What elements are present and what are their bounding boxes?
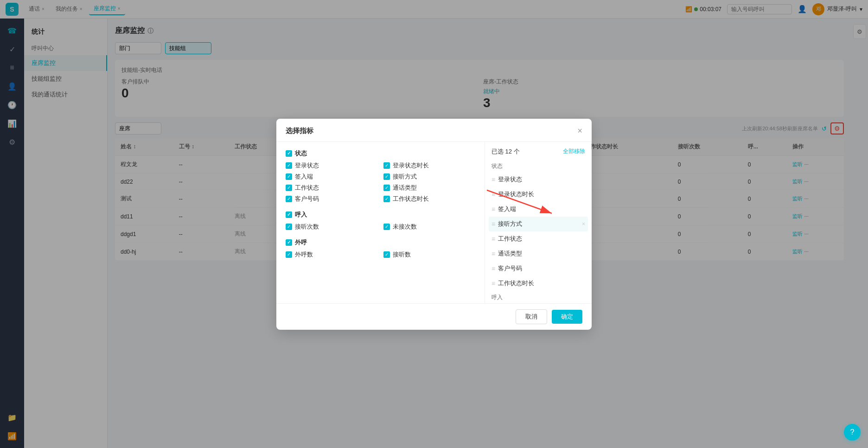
check-grid-inbound: 接听次数 未接次数 <box>286 223 475 231</box>
check-group-state-label: 状态 <box>295 149 307 158</box>
check-group-state: 状态 登录状态 登录状态时长 签入端 接听方式 工作状态 通话类型 客户号码 工… <box>286 149 475 203</box>
check-group-inbound-title: 呼入 <box>286 211 475 219</box>
modal-left-panel: 状态 登录状态 登录状态时长 签入端 接听方式 工作状态 通话类型 客户号码 工… <box>276 142 485 303</box>
modal: 选择指标 × 状态 登录状态 登录状态时长 签入端 接听方式 工作状 <box>276 119 592 330</box>
check-item-answerhow[interactable]: 接听方式 <box>383 173 476 181</box>
drag-handle-8[interactable]: ≡ <box>491 280 495 287</box>
selected-count: 已选 12 个 <box>491 147 520 156</box>
selected-section-state: 状态 <box>489 160 588 172</box>
selected-item-worktime: ≡ 工作状态时长 <box>489 276 588 291</box>
modal-body: 状态 登录状态 登录状态时长 签入端 接听方式 工作状态 通话类型 客户号码 工… <box>276 142 592 303</box>
modal-overlay[interactable]: 选择指标 × 状态 登录状态 登录状态时长 签入端 接听方式 工作状 <box>0 0 868 448</box>
check-item-calltype[interactable]: 通话类型 <box>383 184 476 192</box>
drag-handle-2[interactable]: ≡ <box>491 191 495 198</box>
check-item-loginstate[interactable]: 登录状态 <box>286 161 378 170</box>
modal-title: 选择指标 <box>286 127 313 135</box>
check-loginstate[interactable] <box>286 162 292 169</box>
check-state-all[interactable] <box>286 150 292 157</box>
check-item-outboundanswered[interactable]: 接听数 <box>383 250 476 259</box>
check-inbound-all[interactable] <box>286 211 292 218</box>
check-answerhow[interactable] <box>383 173 390 180</box>
check-item-missed[interactable]: 未接次数 <box>383 223 476 231</box>
check-group-outbound-label: 外呼 <box>295 238 307 247</box>
selected-item-workstate: ≡ 工作状态 <box>489 231 588 246</box>
modal-right-header: 已选 12 个 全部移除 <box>485 142 592 160</box>
check-item-signin[interactable]: 签入端 <box>286 173 378 181</box>
check-grid-outbound: 外呼数 接听数 <box>286 250 475 259</box>
selected-section-inbound: 呼入 <box>489 291 588 303</box>
selected-item-left: ≡ 登录状态 <box>491 175 522 184</box>
check-worktime[interactable] <box>383 196 390 202</box>
check-item-logintime[interactable]: 登录状态时长 <box>383 161 476 170</box>
drag-handle-4[interactable]: ≡ <box>491 220 495 228</box>
check-grid-state: 登录状态 登录状态时长 签入端 接听方式 工作状态 通话类型 客户号码 工作状态… <box>286 161 475 203</box>
modal-right-panel: 已选 12 个 全部移除 状态 ≡ 登录状态 ≡ 登录状态时长 <box>485 142 592 303</box>
check-outboundcalls[interactable] <box>286 251 292 258</box>
selected-item-answerhow: ≡ 接听方式 × <box>489 217 588 231</box>
drag-handle-3[interactable]: ≡ <box>491 205 495 213</box>
drag-handle-7[interactable]: ≡ <box>491 265 495 272</box>
modal-header: 选择指标 × <box>276 119 592 142</box>
clear-all-button[interactable]: 全部移除 <box>563 147 585 155</box>
check-custphone[interactable] <box>286 196 292 202</box>
help-button[interactable]: ? <box>844 424 861 441</box>
check-signin[interactable] <box>286 173 292 180</box>
selected-item-logintime: ≡ 登录状态时长 <box>489 187 588 202</box>
check-item-answered[interactable]: 接听次数 <box>286 223 378 231</box>
selected-list: 状态 ≡ 登录状态 ≡ 登录状态时长 <box>485 160 592 303</box>
modal-close-button[interactable]: × <box>577 126 582 136</box>
drag-handle[interactable]: ≡ <box>491 176 495 183</box>
check-item-custphone[interactable]: 客户号码 <box>286 195 378 203</box>
selected-item-signin: ≡ 签入端 <box>489 202 588 217</box>
check-group-state-title: 状态 <box>286 149 475 158</box>
check-item-worktime[interactable]: 工作状态时长 <box>383 195 476 203</box>
selected-item-calltype: ≡ 通话类型 <box>489 246 588 261</box>
check-item-workstate[interactable]: 工作状态 <box>286 184 378 192</box>
check-group-inbound: 呼入 接听次数 未接次数 <box>286 211 475 231</box>
drag-handle-5[interactable]: ≡ <box>491 235 495 243</box>
check-item-outboundcalls[interactable]: 外呼数 <box>286 250 378 259</box>
check-logintime[interactable] <box>383 162 390 169</box>
selected-item-custphone: ≡ 客户号码 <box>489 261 588 276</box>
check-outboundanswered[interactable] <box>383 251 390 258</box>
check-group-inbound-label: 呼入 <box>295 211 307 219</box>
check-missed[interactable] <box>383 224 390 230</box>
cancel-button[interactable]: 取消 <box>516 309 547 324</box>
remove-answerhow-button[interactable]: × <box>582 221 585 227</box>
check-outbound-all[interactable] <box>286 239 292 246</box>
check-group-outbound-title: 外呼 <box>286 238 475 247</box>
check-calltype[interactable] <box>383 185 390 191</box>
modal-footer: 取消 确定 <box>276 303 592 330</box>
confirm-button[interactable]: 确定 <box>552 310 582 324</box>
drag-handle-6[interactable]: ≡ <box>491 250 495 257</box>
check-answered[interactable] <box>286 224 292 230</box>
check-group-outbound: 外呼 外呼数 接听数 <box>286 238 475 259</box>
selected-item-loginstate: ≡ 登录状态 <box>489 172 588 187</box>
check-workstate[interactable] <box>286 185 292 191</box>
